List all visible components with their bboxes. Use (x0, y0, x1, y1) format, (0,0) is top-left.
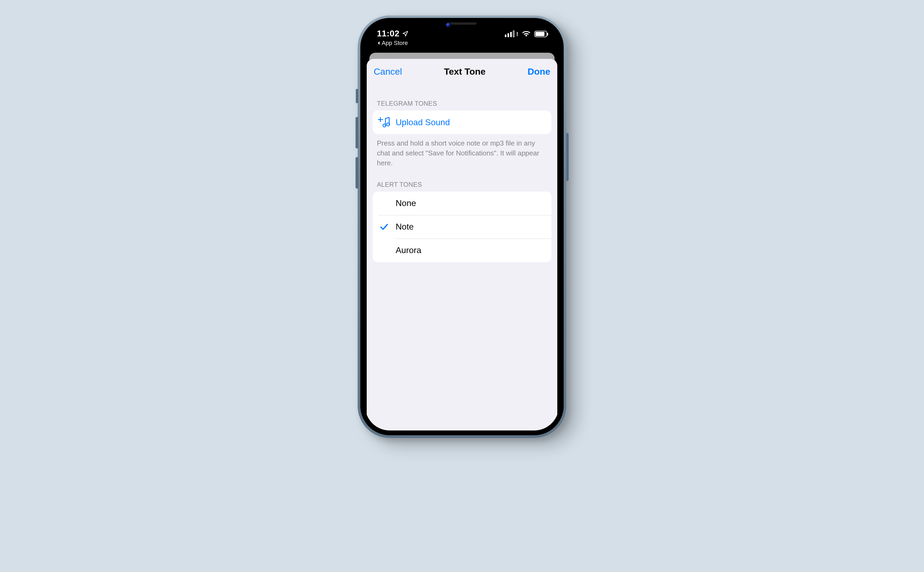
tone-row-aurora[interactable]: Aurora (373, 239, 551, 262)
speaker-grille (447, 22, 477, 25)
tone-label: Note (396, 222, 414, 232)
status-time: 11:02 (377, 29, 409, 39)
modal-sheet: Cancel Text Tone Done TELEGRAM TONES (367, 59, 557, 431)
back-app-label: App Store (382, 40, 408, 47)
add-music-icon (373, 117, 396, 128)
power-button[interactable] (566, 133, 569, 181)
upload-sound-row[interactable]: Upload Sound (373, 110, 551, 134)
phone-frame: 11:02 App Store (358, 15, 566, 438)
done-button[interactable]: Done (527, 66, 550, 77)
nav-bar: Cancel Text Tone Done (367, 59, 557, 81)
section-header-telegram: TELEGRAM TONES (367, 81, 557, 110)
cancel-button[interactable]: Cancel (374, 66, 402, 77)
tone-label: None (396, 198, 416, 208)
clock-label: 11:02 (377, 29, 399, 39)
volume-up-button[interactable] (355, 117, 358, 148)
back-to-app[interactable]: App Store (377, 40, 409, 47)
back-caret-icon (377, 40, 381, 45)
telegram-tones-card: Upload Sound (373, 110, 551, 134)
section-header-alert: ALERT TONES (367, 168, 557, 191)
cellular-icon: ! (505, 31, 518, 37)
wifi-icon (522, 31, 530, 37)
battery-icon (534, 31, 547, 37)
page-title: Text Tone (444, 66, 486, 77)
checkmark-icon (373, 223, 396, 231)
mute-switch[interactable] (356, 89, 358, 103)
telegram-section-footer: Press and hold a short voice note or mp3… (367, 134, 557, 168)
tone-label: Aurora (396, 246, 421, 255)
location-icon (402, 31, 409, 37)
alert-tones-card: None Note Aurora (373, 191, 551, 262)
upload-sound-label: Upload Sound (396, 117, 450, 127)
volume-down-button[interactable] (355, 157, 358, 189)
tone-row-note[interactable]: Note (373, 215, 551, 239)
front-camera (445, 22, 451, 28)
tone-row-none[interactable]: None (373, 191, 551, 215)
notch (419, 18, 505, 33)
